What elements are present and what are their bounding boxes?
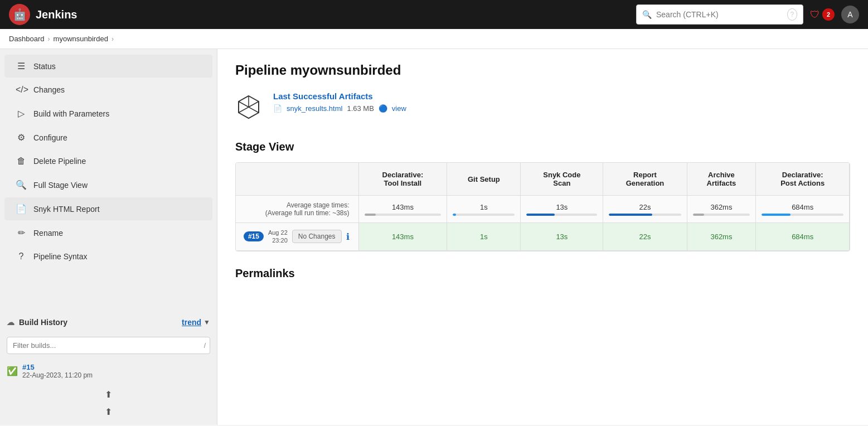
avg-time-val-1: 1s xyxy=(480,203,488,211)
progress-bar-2 xyxy=(526,214,597,216)
sidebar-item-label-full-stage: Full Stage View xyxy=(33,181,88,190)
build-stage-3: 22s xyxy=(603,223,687,251)
build-stage-time-2: 13s xyxy=(556,233,568,241)
sidebar-item-label-configure: Configure xyxy=(33,133,67,142)
progress-bar-5 xyxy=(762,214,843,216)
build-date-small: Aug 22 xyxy=(268,229,288,236)
user-avatar[interactable]: A xyxy=(841,6,859,23)
avg-time-1: 1s xyxy=(447,196,521,223)
avg-sub: (Average full run time: ~38s) xyxy=(241,209,350,217)
file-icon: 📄 xyxy=(273,104,282,113)
search-bar[interactable]: 🔍 ? xyxy=(636,4,803,25)
build-row-label: #15 Aug 22 23:20 No Changes ℹ xyxy=(241,229,350,245)
pencil-icon: ✏ xyxy=(16,227,27,238)
search-icon: 🔍 xyxy=(642,10,652,19)
scroll-up-top-button[interactable]: ⬆ xyxy=(101,403,115,420)
progress-bar-0 xyxy=(365,214,442,216)
build-success-icon: ✅ xyxy=(7,366,18,376)
build-stage-1: 1s xyxy=(447,223,521,251)
build-time-small: 23:20 xyxy=(268,236,288,244)
build-stage-time-5: 684ms xyxy=(792,233,813,241)
stage-col-3: ReportGeneration xyxy=(603,163,687,196)
jenkins-logo-icon: 🤖 xyxy=(9,4,30,25)
artifact-title[interactable]: Last Successful Artifacts xyxy=(273,91,406,101)
progress-fill-5 xyxy=(762,214,790,216)
artifacts-section: Last Successful Artifacts 📄 snyk_results… xyxy=(235,91,850,125)
build-entry-15: ✅ #15 22-Aug-2023, 11:20 pm xyxy=(0,359,217,384)
stage-col-4: ArchiveArtifacts xyxy=(687,163,756,196)
sidebar-item-delete-pipeline[interactable]: 🗑 Delete Pipeline xyxy=(4,150,212,172)
build-info-icon[interactable]: ℹ xyxy=(346,231,350,242)
artifact-details: Last Successful Artifacts 📄 snyk_results… xyxy=(273,91,406,113)
stage-header-row: Declarative:Tool Install Git Setup Snyk … xyxy=(236,163,850,196)
progress-bar-3 xyxy=(609,214,681,216)
artifact-file-link[interactable]: snyk_results.html xyxy=(287,104,342,113)
notification-badge[interactable]: 2 xyxy=(822,8,835,21)
avg-label: Average stage times: xyxy=(241,201,350,209)
trend-section: trend ▼ xyxy=(182,318,210,327)
build-stage-5: 684ms xyxy=(756,223,850,251)
sidebar-item-build-with-parameters[interactable]: ▷ Build with Parameters xyxy=(4,102,212,125)
play-icon: ▷ xyxy=(16,108,27,119)
avg-time-val-3: 22s xyxy=(639,203,651,211)
jenkins-logo-link[interactable]: 🤖 Jenkins xyxy=(9,4,77,25)
question-icon: ? xyxy=(16,251,27,262)
stage-col-2: Snyk CodeScan xyxy=(521,163,603,196)
avg-time-val-0: 143ms xyxy=(392,203,414,211)
status-icon: ☰ xyxy=(16,61,27,71)
build-row-label-cell: #15 Aug 22 23:20 No Changes ℹ xyxy=(236,223,358,251)
sidebar-item-full-stage-view[interactable]: 🔍 Full Stage View xyxy=(4,173,212,196)
permalinks-section: Permalinks xyxy=(235,267,850,280)
scroll-controls: ⬆ ⬆ xyxy=(0,384,217,425)
search-help-icon[interactable]: ? xyxy=(787,8,797,21)
no-changes-button[interactable]: No Changes xyxy=(292,230,342,243)
changes-icon: </> xyxy=(16,85,27,95)
shield-icon: 🛡 xyxy=(810,9,820,21)
sidebar-item-snyk-html-report[interactable]: 📄 Snyk HTML Report xyxy=(4,197,212,220)
trend-link[interactable]: trend xyxy=(182,318,201,327)
build-stage-time-3: 22s xyxy=(639,233,651,241)
scroll-up-button[interactable]: ⬆ xyxy=(101,386,115,403)
build-history-header: ☁ Build History trend ▼ xyxy=(0,312,217,332)
breadcrumb-pipeline[interactable]: myownsunbirded xyxy=(54,35,108,43)
sidebar-item-pipeline-syntax[interactable]: ? Pipeline Syntax xyxy=(4,245,212,268)
build-stage-4: 362ms xyxy=(687,223,756,251)
artifact-view-icon: 🔵 xyxy=(379,104,387,113)
build-stage-time-0: 143ms xyxy=(392,233,414,241)
build-date-block: Aug 22 23:20 xyxy=(268,229,288,245)
sidebar-item-configure[interactable]: ⚙ Configure xyxy=(4,126,212,149)
sidebar-item-changes[interactable]: </> Changes xyxy=(4,79,212,101)
build-history-label: Build History xyxy=(19,318,67,327)
page-title: Pipeline myownsunbirded xyxy=(235,62,850,78)
progress-fill-0 xyxy=(365,214,376,216)
jenkins-title: Jenkins xyxy=(36,8,77,21)
artifact-size: 1.63 MB xyxy=(347,104,374,113)
sidebar-item-status[interactable]: ☰ Status xyxy=(4,55,212,78)
artifact-file-row: 📄 snyk_results.html 1.63 MB 🔵 view xyxy=(273,104,406,113)
search-input[interactable] xyxy=(656,10,783,19)
avg-time-4: 362ms xyxy=(687,196,756,223)
breadcrumb-dashboard[interactable]: Dashboard xyxy=(9,35,45,43)
progress-fill-4 xyxy=(693,214,705,216)
build-stage-0: 143ms xyxy=(358,223,447,251)
magnify-icon: 🔍 xyxy=(16,180,27,190)
avg-time-val-5: 684ms xyxy=(792,203,813,211)
filter-builds-input[interactable] xyxy=(7,337,210,354)
avg-time-5: 684ms xyxy=(756,196,850,223)
artifact-view-link[interactable]: view xyxy=(392,104,406,113)
sidebar: ☰ Status </> Changes ▷ Build with Parame… xyxy=(0,49,217,425)
stage-col-5: Declarative:Post Actions xyxy=(756,163,850,196)
avg-time-val-4: 362ms xyxy=(710,203,732,211)
stage-view-title: Stage View xyxy=(235,141,850,153)
configure-icon: ⚙ xyxy=(16,132,27,143)
build-history-section: ☁ Build History trend ▼ / ✅ #15 22-Aug-2… xyxy=(0,312,217,425)
sidebar-item-rename[interactable]: ✏ Rename xyxy=(4,221,212,244)
progress-fill-1 xyxy=(453,214,456,216)
build-badge[interactable]: #15 xyxy=(244,231,264,241)
main-layout: ☰ Status </> Changes ▷ Build with Parame… xyxy=(0,49,868,425)
avg-label-cell: Average stage times: (Average full run t… xyxy=(236,196,358,223)
sidebar-item-label-build-params: Build with Parameters xyxy=(33,109,109,118)
filter-slash-icon: / xyxy=(204,342,206,350)
build-number-link[interactable]: #15 xyxy=(22,363,93,371)
sidebar-nav: ☰ Status </> Changes ▷ Build with Parame… xyxy=(0,49,217,273)
